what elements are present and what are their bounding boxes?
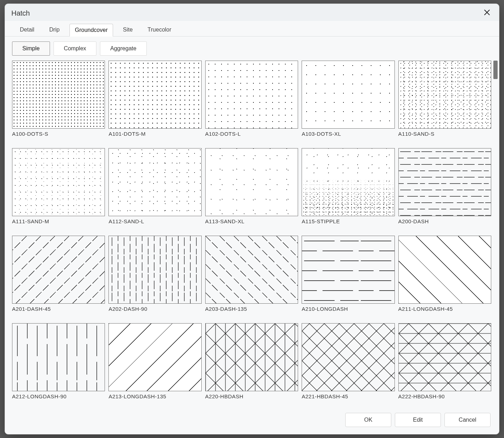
swatch-thumbnail[interactable]	[205, 61, 298, 129]
tab-site[interactable]: Site	[118, 24, 138, 36]
swatch-label: A203-DASH-135	[205, 306, 298, 312]
dialog-title: Hatch	[11, 9, 30, 17]
swatch-thumbnail[interactable]	[398, 323, 491, 391]
swatch-item[interactable]: A110-SAND-S	[398, 61, 491, 142]
filter-subtabs: SimpleComplexAggregate	[5, 36, 499, 57]
close-icon	[484, 9, 490, 17]
gallery-area: A100-DOTS-SA101-DOTS-MA102-DOTS-LA103-DO…	[5, 57, 499, 408]
swatch-item[interactable]: A211-LONGDASH-45	[398, 236, 491, 317]
swatch-label: A112-SAND-L	[108, 218, 201, 224]
swatch-item[interactable]: A202-DASH-90	[108, 236, 201, 317]
swatch-thumbnail[interactable]	[205, 148, 298, 216]
category-tabs: DetailDripGroundcoverSiteTruecolor	[5, 21, 499, 36]
swatch-item[interactable]: A115-STIPPLE	[302, 148, 394, 229]
scrollbar[interactable]	[493, 61, 498, 404]
swatch-item[interactable]: A103-DOTS-XL	[302, 61, 394, 142]
swatch-label: A222-HBDASH-90	[398, 393, 491, 399]
swatch-thumbnail[interactable]	[12, 236, 105, 304]
subtab-complex[interactable]: Complex	[54, 41, 96, 56]
swatch-label: A110-SAND-S	[398, 131, 491, 137]
swatch-thumbnail[interactable]	[302, 61, 394, 129]
swatch-thumbnail[interactable]	[398, 236, 491, 304]
subtab-simple[interactable]: Simple	[12, 41, 50, 56]
ok-button[interactable]: OK	[345, 413, 391, 427]
swatch-thumbnail[interactable]	[398, 61, 491, 129]
edit-button[interactable]: Edit	[395, 413, 441, 427]
swatch-item[interactable]: A112-SAND-L	[108, 148, 201, 229]
swatch-item[interactable]: A200-DASH	[398, 148, 491, 229]
swatch-thumbnail[interactable]	[12, 148, 105, 216]
swatch-label: A202-DASH-90	[108, 306, 201, 312]
swatch-item[interactable]: A100-DOTS-S	[12, 61, 105, 142]
swatch-label: A100-DOTS-S	[12, 131, 105, 137]
swatch-item[interactable]: A220-HBDASH	[205, 323, 298, 404]
swatch-thumbnail[interactable]	[205, 323, 298, 391]
tab-truecolor[interactable]: Truecolor	[142, 24, 176, 36]
tab-drip[interactable]: Drip	[44, 24, 65, 36]
swatch-thumbnail[interactable]	[12, 61, 105, 129]
swatch-gallery[interactable]: A100-DOTS-SA101-DOTS-MA102-DOTS-LA103-DO…	[5, 57, 493, 408]
swatch-thumbnail[interactable]	[398, 148, 491, 216]
swatch-label: A210-LONGDASH	[302, 306, 394, 312]
swatch-label: A113-SAND-XL	[205, 218, 298, 224]
swatch-thumbnail[interactable]	[108, 323, 201, 391]
titlebar: Hatch	[5, 4, 499, 21]
swatch-label: A211-LONGDASH-45	[398, 306, 491, 312]
swatch-label: A102-DOTS-L	[205, 131, 298, 137]
swatch-label: A111-SAND-M	[12, 218, 105, 224]
swatch-thumbnail[interactable]	[205, 236, 298, 304]
hatch-dialog: Hatch DetailDripGroundcoverSiteTruecolor…	[5, 4, 499, 434]
swatch-item[interactable]: A201-DASH-45	[12, 236, 105, 317]
swatch-item[interactable]: A213-LONGDASH-135	[108, 323, 201, 404]
swatch-label: A115-STIPPLE	[302, 218, 394, 224]
swatch-item[interactable]: A222-HBDASH-90	[398, 323, 491, 404]
swatch-item[interactable]: A111-SAND-M	[12, 148, 105, 229]
swatch-item[interactable]: A212-LONGDASH-90	[12, 323, 105, 404]
swatch-thumbnail[interactable]	[108, 148, 201, 216]
swatch-label: A200-DASH	[398, 218, 491, 224]
subtab-aggregate[interactable]: Aggregate	[100, 41, 147, 56]
swatch-thumbnail[interactable]	[302, 323, 394, 391]
swatch-thumbnail[interactable]	[12, 323, 105, 391]
swatch-label: A220-HBDASH	[205, 393, 298, 399]
cancel-button[interactable]: Cancel	[444, 413, 491, 427]
swatch-label: A213-LONGDASH-135	[108, 393, 201, 399]
swatch-label: A103-DOTS-XL	[302, 131, 394, 137]
close-button[interactable]	[481, 7, 493, 19]
swatch-item[interactable]: A210-LONGDASH	[302, 236, 394, 317]
tab-detail[interactable]: Detail	[15, 24, 39, 36]
tab-groundcover[interactable]: Groundcover	[69, 24, 113, 36]
swatch-thumbnail[interactable]	[108, 236, 201, 304]
swatch-item[interactable]: A102-DOTS-L	[205, 61, 298, 142]
swatch-item[interactable]: A203-DASH-135	[205, 236, 298, 317]
scrollbar-thumb[interactable]	[493, 61, 498, 79]
swatch-item[interactable]: A221-HBDASH-45	[302, 323, 394, 404]
swatch-label: A201-DASH-45	[12, 306, 105, 312]
dialog-footer: OK Edit Cancel	[5, 408, 499, 434]
swatch-label: A212-LONGDASH-90	[12, 393, 105, 399]
swatch-thumbnail[interactable]	[302, 148, 394, 216]
swatch-item[interactable]: A113-SAND-XL	[205, 148, 298, 229]
swatch-label: A221-HBDASH-45	[302, 393, 394, 399]
swatch-label: A101-DOTS-M	[108, 131, 201, 137]
swatch-thumbnail[interactable]	[108, 61, 201, 129]
swatch-item[interactable]: A101-DOTS-M	[108, 61, 201, 142]
swatch-thumbnail[interactable]	[302, 236, 394, 304]
